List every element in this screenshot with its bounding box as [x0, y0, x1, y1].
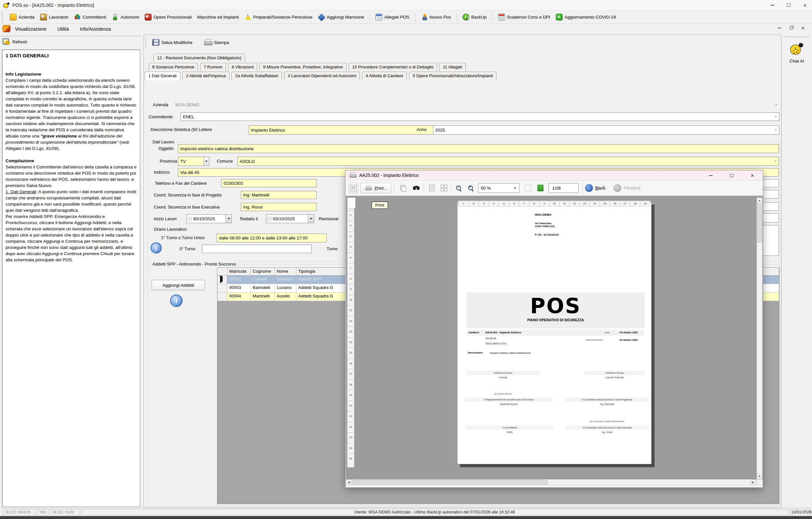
chevron-down-icon[interactable] [308, 215, 314, 223]
tab-vibrazioni[interactable]: 8 Vibrazioni [228, 63, 258, 71]
toolbar-preparati-sostanze[interactable]: Preparati/Sostanze Pericolose [243, 13, 314, 21]
chevron-down-icon[interactable] [226, 215, 231, 223]
checkbox-icon[interactable]: ✓ [268, 217, 271, 221]
checkbox-icon[interactable]: ✓ [188, 217, 192, 221]
chevron-down-icon[interactable] [203, 157, 209, 165]
actionbar-grip[interactable] [145, 37, 148, 47]
dialog-horizontal-scrollbar[interactable]: ◀ ▶ [346, 479, 756, 485]
multi-page-button[interactable] [439, 183, 449, 193]
zoom-in-button[interactable]: + [465, 183, 476, 193]
info-icon[interactable]: i [170, 295, 182, 307]
dialog-minimize-button[interactable] [708, 173, 713, 178]
zoom-level-combo[interactable]: 50 % [478, 183, 519, 193]
tab-opere-attrezzature[interactable]: 5 Opere Provvisionali/Attrezzature/Impia… [409, 72, 496, 80]
toolbar-covid[interactable]: Aggiornamento COVID-19 [554, 13, 617, 21]
info-icon[interactable]: i [151, 242, 162, 253]
app-close-button[interactable]: × [802, 3, 807, 8]
committente-field[interactable]: ENEL [181, 113, 779, 121]
save-button[interactable]: Salva Modifiche [151, 38, 194, 46]
tab-revisioni-documento[interactable]: 12 - Revisioni Documento (Non Obbligator… [153, 54, 245, 62]
dialog-maximize-button[interactable] [729, 173, 734, 178]
find-button[interactable] [411, 183, 422, 193]
mdi-restore-button[interactable] [788, 25, 794, 31]
scroll-right-icon[interactable]: ▶ [750, 480, 756, 485]
oggetto-field[interactable]: Impisnto elettrico cabina distribuzione [178, 144, 779, 153]
tab-lavoratori-dipendenti[interactable]: 3 Lavoratori Dipendenti ed Autonomi [284, 72, 360, 80]
panel-grip[interactable] [1, 36, 141, 36]
coord-esecutiva-field[interactable]: Ing. Rossi [241, 203, 317, 211]
toolbar-azienda[interactable]: Azienda [8, 13, 36, 21]
redatto-date[interactable]: ✓ 03/10/2025 [266, 214, 314, 223]
toolbar-committenti[interactable]: Committenti [73, 13, 108, 21]
zoom-out-button[interactable]: − [454, 183, 464, 193]
dialog-vertical-scrollbar[interactable]: ▲ ▼ [757, 197, 762, 479]
column-cognome[interactable]: Cognome [251, 268, 275, 276]
column-nome[interactable]: Nome [275, 268, 296, 276]
toolbar-allegati-pos[interactable]: Allegati POS [374, 13, 411, 21]
tab-attivita-subaffidatari[interactable]: 2a Attività Subaffidatari [231, 72, 282, 80]
scroll-down-icon[interactable]: ▼ [757, 474, 762, 479]
page-number-field[interactable]: 1/26 [549, 183, 579, 193]
toolbar-aggiungi-mansione[interactable]: Aggiungi Mansione [317, 13, 366, 21]
anno-field[interactable]: 2025 [433, 125, 779, 134]
scrollbar-thumb[interactable] [757, 204, 762, 243]
tab-rumore[interactable]: 7 Rumore [200, 63, 226, 71]
azienda-field[interactable]: WSA DEMO [173, 101, 779, 109]
toolbar-macchine-impianti[interactable]: Macchine ed Impianti [196, 14, 240, 20]
doc-presa-visione: per presa visione [466, 393, 540, 395]
chat-ai-label: Chat AI [782, 59, 812, 64]
prev-page-button[interactable]: ↑ [524, 183, 532, 193]
tab-attivita-cantiere[interactable]: 4 Attività di Cantiere [362, 72, 407, 80]
help-textbox[interactable]: 1 DATI GENERALI Info Legislazione Compil… [2, 50, 140, 507]
app-minimize-button[interactable] [770, 3, 775, 8]
tab-procedure-complementari[interactable]: 10 Procedure Complementari o di Dettagli… [349, 63, 437, 71]
scrollbar-thumb[interactable] [352, 480, 548, 485]
aggiungi-addetti-button[interactable]: Aggiungi Addetti [152, 280, 205, 290]
mdi-close-button[interactable]: × [800, 25, 806, 31]
coord-progetto-field[interactable]: Ing. Martinelli [241, 191, 317, 199]
dialog-close-button[interactable]: × [750, 173, 755, 178]
print-button[interactable]: Stampa [203, 38, 230, 46]
dialog-titlebar[interactable]: AA25.002 - Impianto Elettrico [346, 171, 763, 181]
provincia-combo[interactable]: TV [178, 157, 209, 166]
refresh-button[interactable]: Refresh [3, 38, 27, 45]
scroll-up-icon[interactable]: ▲ [757, 198, 762, 203]
mdi-minimize-button[interactable] [777, 25, 782, 31]
toolbar-lavoratori[interactable]: Lavoratori [39, 13, 70, 21]
telefono-field[interactable]: 02302302 [221, 179, 317, 187]
toolbar-opere-provvisionali[interactable]: Opere Provvisionali [143, 13, 193, 21]
tab-sostanze-pericolose[interactable]: 6 Sostanze Pericolose [149, 63, 198, 71]
chat-strip-grip[interactable] [784, 36, 809, 37]
toolbar-grip[interactable] [2, 13, 5, 22]
toc-button[interactable] [348, 183, 358, 193]
status-date: 13/01/2026 [789, 509, 810, 515]
toc-icon [350, 185, 357, 191]
single-page-button[interactable] [427, 183, 437, 193]
chat-ai-ladybug-icon[interactable] [790, 42, 804, 55]
menu-utilita[interactable]: Utilità [57, 26, 69, 32]
scroll-left-icon[interactable]: ◀ [346, 480, 351, 485]
tab-dati-generali[interactable]: 1 Dati Generali [145, 72, 180, 81]
toolbar-scadenze[interactable]: Scadenze Corsi e DPI [497, 13, 552, 21]
back-button[interactable]: ← BackBack [585, 183, 611, 193]
menu-info-assistenza[interactable]: Info/Assistenza [80, 26, 111, 32]
preview-area[interactable]: 1234567891011121314151617181920212223242… [346, 196, 763, 479]
turno1-field[interactable]: dalle 08:00 alle 12:00 e dalle 13:00 all… [217, 234, 327, 242]
committente-label: Committente [149, 114, 173, 119]
inizio-lavori-date[interactable]: ✓ 30/10/2025 [186, 214, 232, 223]
menu-visualizzazione[interactable]: Visualizzazione [15, 26, 46, 32]
app-maximize-button[interactable] [786, 3, 791, 8]
next-page-button[interactable]: ↓ [536, 183, 544, 193]
turno3-field[interactable] [202, 245, 312, 253]
forward-button[interactable]: → Forward [613, 183, 647, 193]
copy-button[interactable] [398, 183, 408, 193]
toolbar-backup[interactable]: BackUp [461, 13, 488, 21]
dialog-print-button[interactable]: PPrint...rint... [360, 183, 391, 193]
comune-field[interactable]: ASOLO [237, 157, 779, 166]
toolbar-nuovo-pos[interactable]: Nuovo Pos [419, 13, 453, 21]
toolbar-autonomi[interactable]: Autonomi [111, 13, 141, 21]
tab-allegati[interactable]: 11 Allegati [439, 63, 466, 71]
tab-misure-preventive[interactable]: 9 Misure Preventive, Protettive, Integra… [259, 63, 347, 71]
tab-attivita-impresa[interactable]: 2 Attività dell'Impresa [182, 72, 229, 80]
column-matricola[interactable]: Matricola [227, 268, 251, 276]
